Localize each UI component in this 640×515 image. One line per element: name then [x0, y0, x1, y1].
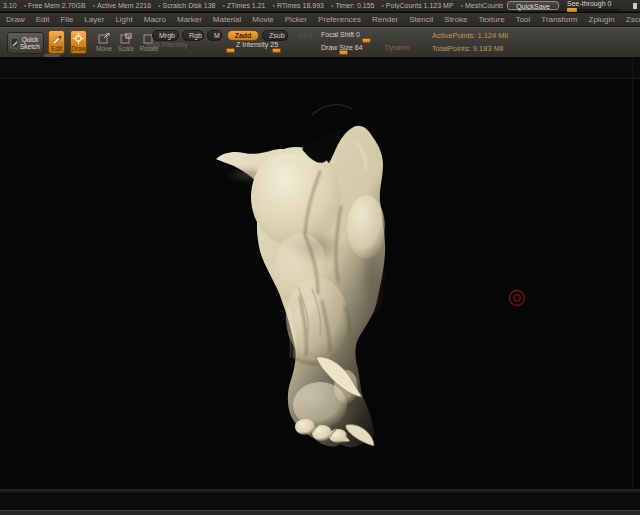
- status-item: Scratch Disk 138: [158, 2, 215, 9]
- sculpt-body: [216, 105, 385, 448]
- status-item: Free Mem 2.70GB: [24, 2, 86, 9]
- quick-sketch-icon: [10, 37, 17, 49]
- status-item: 3.10: [3, 2, 17, 9]
- menu-item[interactable]: Preferences: [318, 15, 361, 24]
- status-item: Active Mem 2216: [93, 2, 152, 9]
- status-readouts: 3.10Free Mem 2.70GBActive Mem 2216Scratc…: [3, 2, 503, 9]
- active-points-readout: ActivePoints: 1.124 Mil: [432, 31, 508, 40]
- menu-item[interactable]: Material: [213, 15, 241, 24]
- sculpt-3d-model[interactable]: [0, 57, 640, 489]
- quick-sketch-label: Quick Sketch: [19, 36, 41, 50]
- bottom-edge-bar: [0, 510, 640, 515]
- canvas-top-strip: [0, 57, 640, 78]
- panel-handle-icon[interactable]: [633, 3, 637, 9]
- status-item: ZTimes 1.21: [222, 2, 265, 9]
- edit-label: Edit: [51, 45, 62, 52]
- zsub-button[interactable]: Zsub: [262, 30, 288, 41]
- status-item: Timer: 0.155: [331, 2, 374, 9]
- menu-bar: DrawEditFileLayerLightMacroMarkerMateria…: [0, 13, 640, 27]
- menu-item[interactable]: Marker: [177, 15, 202, 24]
- rgb-button[interactable]: Rgb: [182, 30, 204, 41]
- quick-sketch-button[interactable]: Quick Sketch: [7, 32, 44, 54]
- scale-label: Scale: [118, 45, 134, 52]
- status-bar: 3.10Free Mem 2.70GBActive Mem 2216Scratc…: [0, 0, 640, 12]
- see-through-label: See-through 0: [567, 0, 611, 7]
- scale-icon: [120, 33, 132, 44]
- see-through-handle[interactable]: [567, 8, 577, 12]
- move-label: Move: [96, 45, 112, 52]
- menu-item[interactable]: Zplugin: [589, 15, 615, 24]
- scale-button[interactable]: Scale: [117, 33, 135, 52]
- menu-item[interactable]: Picker: [285, 15, 307, 24]
- menu-item[interactable]: Light: [115, 15, 132, 24]
- m-button[interactable]: M: [207, 30, 222, 41]
- quicksave-button[interactable]: QuickSave: [507, 1, 559, 10]
- menu-item[interactable]: Zscript: [626, 15, 640, 24]
- draw-button[interactable]: Draw: [70, 30, 87, 54]
- document-canvas[interactable]: [0, 57, 640, 489]
- focal-shift-label: Focal Shift 0: [321, 31, 360, 38]
- move-icon: [98, 33, 110, 44]
- zbrush-window: 3.10Free Mem 2.70GBActive Mem 2216Scratc…: [0, 0, 640, 515]
- brush-cursor: [510, 291, 525, 306]
- z-intensity-label: Z Intensity 25: [236, 41, 278, 48]
- status-item: MeshCounts 1: [461, 2, 504, 9]
- see-through-track[interactable]: [567, 9, 619, 11]
- bottom-tray[interactable]: [0, 493, 640, 510]
- z-intensity-handle[interactable]: [272, 48, 281, 53]
- edit-pencil-icon: [51, 33, 62, 44]
- draw-label: Draw: [71, 45, 86, 52]
- zcut-button[interactable]: Zcut: [299, 32, 313, 39]
- menu-item[interactable]: Stroke: [444, 15, 467, 24]
- menu-item[interactable]: Stencil: [409, 15, 433, 24]
- draw-size-handle[interactable]: [339, 50, 348, 55]
- total-points-readout: TotalPoints: 9.183 Mil: [432, 44, 503, 53]
- menu-item[interactable]: Transform: [541, 15, 577, 24]
- menu-item[interactable]: File: [60, 15, 73, 24]
- status-item: RTimes 18.993: [272, 2, 324, 9]
- see-through-slider[interactable]: See-through 0: [565, 0, 629, 11]
- edit-button[interactable]: Edit: [48, 30, 65, 54]
- menu-item[interactable]: Layer: [84, 15, 104, 24]
- menu-item[interactable]: Render: [372, 15, 398, 24]
- rgb-intensity-handle[interactable]: [226, 48, 235, 53]
- menu-item[interactable]: Movie: [252, 15, 273, 24]
- menu-item[interactable]: Macro: [144, 15, 166, 24]
- canvas-right-line: [632, 57, 633, 489]
- dynamic-toggle[interactable]: Dynamic: [385, 44, 410, 51]
- menu-item[interactable]: Texture: [478, 15, 504, 24]
- toolbar: Quick Sketch Edit Draw Move: [0, 27, 640, 58]
- draw-crosshair-icon: [73, 33, 84, 44]
- menu-item[interactable]: Tool: [516, 15, 531, 24]
- canvas-top-line: [0, 78, 640, 79]
- menu-item[interactable]: Edit: [36, 15, 50, 24]
- status-item: PolyCounts 1.123 MP: [381, 2, 453, 9]
- rgb-intensity-label: Rgb Intensity: [147, 41, 188, 48]
- mrgb-button[interactable]: Mrgb: [152, 30, 179, 41]
- focal-shift-handle[interactable]: [362, 38, 371, 43]
- move-button[interactable]: Move: [95, 33, 113, 52]
- menu-item[interactable]: Draw: [6, 15, 25, 24]
- zadd-button[interactable]: Zadd: [227, 30, 259, 41]
